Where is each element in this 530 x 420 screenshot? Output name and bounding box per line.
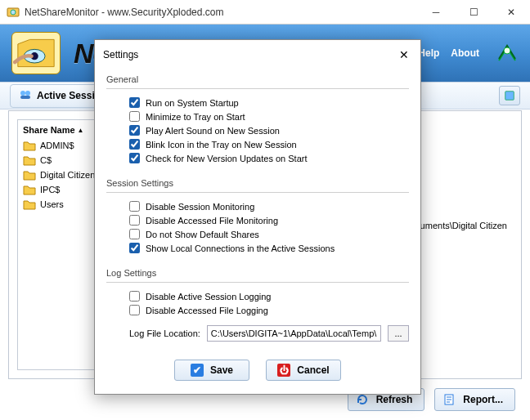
toolbar-settings-button[interactable]: [499, 86, 520, 105]
browse-button[interactable]: ...: [388, 325, 409, 342]
checkbox-log-0[interactable]: Disable Active Session Logging: [129, 289, 409, 303]
skull-icon: [496, 44, 519, 62]
window-titlebar: NetShareMonitor - www.SecurityXploded.co…: [0, 0, 530, 25]
dialog-close-button[interactable]: ✕: [396, 47, 412, 63]
report-button[interactable]: Report...: [434, 388, 515, 411]
app-logo: [11, 32, 61, 74]
checkbox-general-3[interactable]: Blink Icon in the Tray on New Session: [129, 137, 409, 151]
checkbox-input[interactable]: [129, 243, 140, 253]
checkbox-input[interactable]: [129, 305, 140, 315]
checkbox-input[interactable]: [129, 139, 140, 150]
dialog-titlebar: Settings ✕: [95, 40, 420, 69]
share-item-label: Digital Citizen: [40, 170, 95, 180]
dialog-title: Settings: [103, 49, 138, 60]
checkbox-session-3[interactable]: Show Local Connections in the Active Ses…: [129, 241, 409, 255]
checkbox-general-4[interactable]: Check for New Version Updates on Start: [129, 151, 409, 165]
minimize-button[interactable]: ─: [417, 0, 455, 25]
checkbox-label: Disable Accessed File Monitoring: [146, 216, 278, 226]
checkbox-input[interactable]: [129, 125, 140, 136]
about-link[interactable]: About: [451, 47, 479, 59]
checkbox-label: Show Local Connections in the Active Ses…: [146, 244, 335, 253]
checkbox-input[interactable]: [129, 229, 140, 239]
group-log-label: Log Settings: [106, 266, 409, 279]
sort-asc-icon: ▲: [78, 127, 84, 134]
group-session: Session Settings Disable Session Monitor…: [106, 176, 409, 258]
checkbox-input[interactable]: [129, 215, 140, 226]
cancel-icon: ⏻: [277, 364, 290, 377]
checkbox-label: Play Alert Sound on New Session: [146, 126, 280, 136]
checkbox-general-0[interactable]: Run on System Startup: [129, 96, 409, 109]
svg-point-6: [25, 91, 30, 96]
sessions-icon: [19, 88, 32, 104]
group-general-label: General: [106, 73, 409, 86]
svg-rect-7: [20, 96, 30, 99]
share-item-label: ADMIN$: [40, 141, 74, 150]
window-controls: ─ ☐ ✕: [417, 0, 530, 25]
checkbox-label: Minimize to Tray on Start: [146, 112, 245, 122]
checkbox-input[interactable]: [129, 97, 140, 108]
checkbox-label: Blink Icon in the Tray on New Session: [146, 140, 297, 150]
svg-point-5: [20, 91, 25, 96]
group-log: Log Settings Disable Active Session Logg…: [106, 266, 409, 342]
checkbox-label: Do not Show Default Shares: [146, 230, 259, 239]
save-icon: ✔: [191, 364, 204, 377]
checkbox-label: Run on System Startup: [146, 98, 239, 108]
close-button[interactable]: ✕: [492, 0, 530, 25]
checkbox-label: Check for New Version Updates on Start: [146, 154, 307, 163]
checkbox-general-1[interactable]: Minimize to Tray on Start: [129, 109, 409, 123]
truncated-path: ocuments\Digital Citizen: [411, 221, 507, 230]
report-icon: [442, 392, 456, 407]
window-title: NetShareMonitor - www.SecurityXploded.co…: [25, 7, 223, 18]
settings-dialog: Settings ✕ General Run on System Startup…: [94, 39, 421, 395]
share-item-label: Users: [40, 199, 64, 209]
checkbox-input[interactable]: [129, 153, 140, 163]
dialog-actions: ✔ Save ⏻ Cancel: [95, 350, 420, 394]
svg-point-1: [11, 10, 16, 15]
checkbox-input[interactable]: [129, 111, 140, 122]
checkbox-input[interactable]: [129, 201, 140, 212]
maximize-button[interactable]: ☐: [455, 0, 492, 25]
checkbox-log-1[interactable]: Disable Accessed File Logging: [129, 303, 409, 317]
checkbox-session-1[interactable]: Disable Accessed File Monitoring: [129, 213, 409, 227]
checkbox-input[interactable]: [129, 291, 140, 302]
share-item-label: IPC$: [40, 185, 60, 194]
save-button[interactable]: ✔ Save: [174, 360, 249, 381]
cancel-button[interactable]: ⏻ Cancel: [266, 360, 341, 381]
log-location-label: Log File Location:: [129, 328, 200, 338]
checkbox-general-2[interactable]: Play Alert Sound on New Session: [129, 123, 409, 137]
checkbox-session-2[interactable]: Do not Show Default Shares: [129, 227, 409, 241]
checkbox-label: Disable Accessed File Logging: [146, 306, 268, 315]
share-item-label: C$: [40, 155, 52, 165]
group-general: General Run on System StartupMinimize to…: [106, 73, 409, 168]
app-icon: [7, 6, 20, 19]
log-location-input[interactable]: [207, 325, 381, 342]
svg-rect-8: [505, 92, 514, 101]
group-session-label: Session Settings: [106, 176, 409, 190]
checkbox-label: Disable Active Session Logging: [146, 292, 271, 302]
checkbox-session-0[interactable]: Disable Session Monitoring: [129, 199, 409, 213]
checkbox-label: Disable Session Monitoring: [146, 202, 254, 212]
svg-point-4: [504, 47, 510, 54]
